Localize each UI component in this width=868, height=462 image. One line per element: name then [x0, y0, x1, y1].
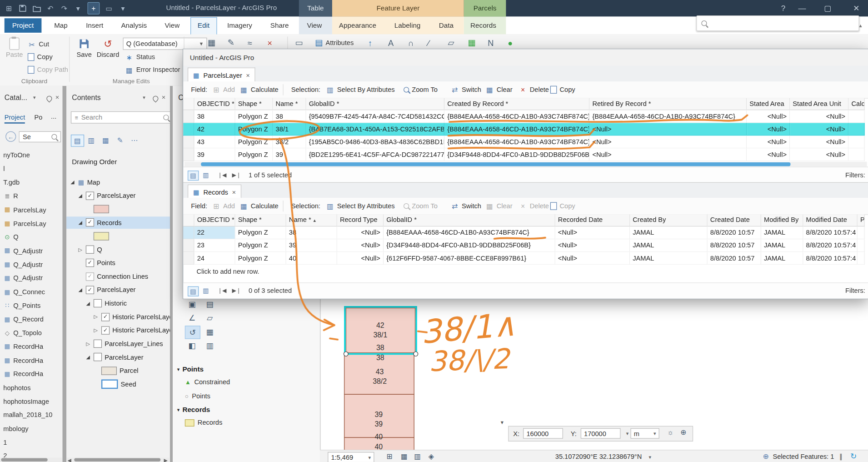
catalog-hscrollbar[interactable] [0, 457, 62, 462]
layer-item[interactable]: ◢✓Records [66, 216, 180, 229]
delete-selection-button[interactable]: ×Delete [519, 198, 549, 215]
column-header[interactable]: Created Date [708, 214, 761, 226]
catalog-item[interactable]: ∷Q_Points [3, 300, 40, 311]
collapse-widget-icon[interactable]: ▾ [497, 419, 507, 426]
workspace-dropdown[interactable]: Q (Geodatabase)▼ [123, 38, 207, 50]
column-header[interactable]: Retired By Record * [589, 98, 747, 110]
cell[interactable]: JAMAL [630, 239, 708, 252]
attributes-tool-icon[interactable]: ▤Attributes [315, 35, 354, 50]
polygon-tool-icon[interactable]: ▱ [448, 35, 454, 50]
parcelslayer-table-tab[interactable]: ▦ ParcelsLayer × [188, 68, 255, 83]
vertex-handle[interactable] [344, 352, 348, 356]
layer-checkbox[interactable]: ✓ [86, 272, 94, 281]
contents-search-input[interactable]: ≡Search [71, 111, 173, 124]
table-row[interactable]: 22Polygon Z38<Null>{B884EAAA-4658-46CD-A… [183, 226, 864, 239]
cell[interactable]: <Null> [589, 148, 747, 161]
catalog-tab-project[interactable]: Project [5, 114, 25, 124]
cell[interactable]: <Null> [337, 252, 384, 265]
close-icon[interactable]: × [55, 94, 60, 101]
tab-analysis[interactable]: Analysis [121, 17, 147, 35]
cell[interactable]: Polygon Z [235, 136, 273, 148]
cell[interactable] [848, 110, 864, 123]
form-view-icon[interactable]: ▥ [201, 286, 211, 295]
expander-open-icon[interactable]: ◢ [78, 220, 83, 225]
catalog-item[interactable]: ▦Q_Record [3, 314, 44, 325]
open-icon[interactable] [32, 3, 41, 14]
cell[interactable]: JAMAL [761, 239, 803, 252]
cell[interactable]: 39 [286, 239, 337, 252]
list-by-source-icon[interactable]: ▥ [85, 135, 98, 146]
customize-icon[interactable]: ▾ [119, 3, 127, 14]
chevron-down-icon[interactable]: ▾ [626, 431, 629, 437]
paste-button[interactable]: Paste [3, 38, 25, 59]
calculate-button[interactable]: ▦Calculate [239, 198, 278, 215]
cell[interactable]: 8/8/2020 10:57:4 [803, 226, 857, 239]
expander-closed-icon[interactable]: ▷ [78, 247, 83, 252]
cell[interactable]: {B884EAAA-4658-46CD-A1B0-A93C74BF874C} [589, 110, 747, 123]
cell[interactable]: Polygon Z [235, 123, 273, 136]
move-tool-icon[interactable]: ↑ [368, 35, 372, 50]
panel-divider[interactable] [63, 86, 67, 462]
column-header[interactable]: Modified By [761, 214, 803, 226]
cell[interactable]: {612F6FFD-9587-4067-8BBE-CCE8F8997B61} [384, 252, 555, 265]
cell[interactable] [858, 252, 865, 265]
template-group-header[interactable]: ▾Points [177, 366, 204, 373]
row-gutter[interactable] [183, 252, 194, 265]
cell[interactable]: JAMAL [630, 226, 708, 239]
form-view-icon[interactable]: ▥ [201, 171, 211, 179]
cell[interactable]: 38/2 [273, 136, 306, 148]
trace-tool-icon[interactable]: ≈ [247, 35, 252, 50]
catalog-item[interactable]: mbology [3, 423, 28, 434]
tab-labeling[interactable]: Labeling [394, 17, 421, 35]
status-button[interactable]: ∗Status [125, 51, 155, 62]
catalog-item[interactable]: ▦Q_Adjustr [3, 259, 43, 270]
catalog-item[interactable]: ▦Q_Connec [3, 286, 45, 297]
expander-open-icon[interactable]: ◢ [78, 193, 83, 198]
cell[interactable] [848, 148, 864, 161]
select-by-attributes-button[interactable]: ▥Select By Attributes [326, 81, 394, 98]
cell[interactable]: <Null> [747, 136, 790, 148]
merge-tool-icon[interactable]: ▦ [203, 326, 217, 338]
zoom-to-button[interactable]: Zoom To [404, 198, 438, 215]
cell[interactable]: 8/8/2020 10:57:4 [803, 252, 857, 265]
tab-map[interactable]: Map [54, 17, 68, 35]
cell[interactable]: <Null> [790, 123, 848, 136]
cell[interactable]: 23 [195, 239, 235, 252]
column-header[interactable]: Stated Area Unit [790, 98, 848, 110]
layer-checkbox[interactable] [94, 299, 102, 307]
add-field-button[interactable]: ⊞Add [212, 198, 235, 215]
first-record-icon[interactable]: ❘◀ [218, 287, 227, 293]
maximize-button[interactable]: ▢ [818, 0, 837, 17]
command-search-box[interactable] [696, 15, 859, 31]
redo-icon[interactable]: ↷ [60, 3, 69, 14]
records-table-tab[interactable]: ▦ Records × [188, 185, 241, 200]
catalog-item[interactable]: nyToOne [3, 150, 30, 161]
cell[interactable]: JAMAL [630, 252, 708, 265]
cell[interactable]: <Null> [555, 239, 630, 252]
layer-swatch[interactable] [94, 232, 109, 240]
layer-checkbox[interactable] [94, 353, 102, 361]
error-inspector-button[interactable]: ▦Error Inspector [125, 64, 180, 75]
layer-item[interactable]: ◢✓ParcelsLayer [66, 284, 180, 296]
cell[interactable]: {D34F9448-8DD4-4FC0-AB1D-9DDB8D25F06B} [444, 148, 589, 161]
cell[interactable] [858, 239, 865, 252]
catalog-tab-portal[interactable]: Po [35, 114, 43, 121]
catalog-search-input[interactable]: Se [19, 131, 61, 142]
column-header[interactable]: Modified Date [803, 214, 857, 226]
discard-edits-button[interactable]: ↺ Discard [97, 38, 119, 59]
lasso-tool-icon[interactable]: ▤ [203, 298, 217, 310]
cell[interactable]: 38/1 [273, 123, 306, 136]
layer-item[interactable]: ◢▦Map [66, 176, 173, 188]
expander-open-icon[interactable]: ◢ [85, 301, 91, 306]
close-button[interactable]: ✕ [847, 0, 866, 17]
more-icon[interactable]: ▾ [74, 3, 82, 14]
expander-open-icon[interactable]: ◢ [78, 287, 83, 292]
table-row[interactable]: 23Polygon Z39<Null>{D34F9448-8DD4-4FC0-A… [183, 239, 864, 252]
column-header[interactable]: Shape * [235, 214, 286, 226]
tab-view[interactable]: View [165, 17, 180, 35]
row-gutter[interactable] [183, 136, 194, 148]
clear-selection-button[interactable]: ▦Clear [485, 81, 512, 98]
cell[interactable]: JAMAL [761, 226, 803, 239]
extend-tool-icon[interactable]: ▥ [203, 340, 217, 352]
pan-tool-icon[interactable]: ⊕ [680, 428, 686, 437]
